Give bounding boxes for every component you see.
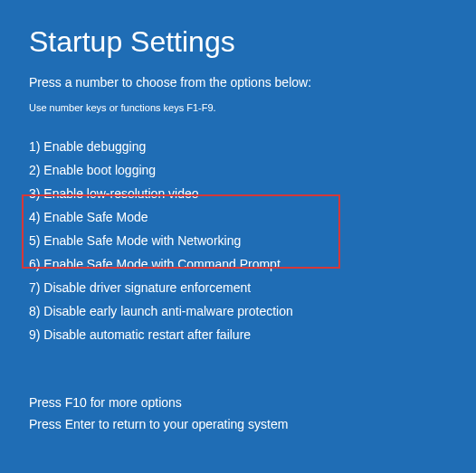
option-9-disable-auto-restart[interactable]: 9) Disable automatic restart after failu… xyxy=(29,323,447,346)
option-8-disable-anti-malware[interactable]: 8) Disable early launch anti-malware pro… xyxy=(29,299,447,323)
page-subtitle: Press a number to choose from the option… xyxy=(29,75,447,90)
option-7-disable-driver-signature[interactable]: 7) Disable driver signature enforcement xyxy=(29,276,447,299)
option-3-low-resolution[interactable]: 3) Enable low-resolution video xyxy=(29,182,447,205)
option-1-debugging[interactable]: 1) Enable debugging xyxy=(29,135,447,158)
options-list: 1) Enable debugging 2) Enable boot loggi… xyxy=(29,135,447,346)
footer: Press F10 for more options Press Enter t… xyxy=(29,392,288,435)
option-5-safe-mode-networking[interactable]: 5) Enable Safe Mode with Networking xyxy=(29,229,447,252)
key-hint: Use number keys or functions keys F1-F9. xyxy=(29,102,447,113)
footer-return: Press Enter to return to your operating … xyxy=(29,413,288,435)
option-2-boot-logging[interactable]: 2) Enable boot logging xyxy=(29,158,447,182)
footer-more-options: Press F10 for more options xyxy=(29,392,288,413)
option-4-safe-mode[interactable]: 4) Enable Safe Mode xyxy=(29,205,447,229)
page-title: Startup Settings xyxy=(29,25,447,59)
option-6-safe-mode-command-prompt[interactable]: 6) Enable Safe Mode with Command Prompt xyxy=(29,252,447,276)
